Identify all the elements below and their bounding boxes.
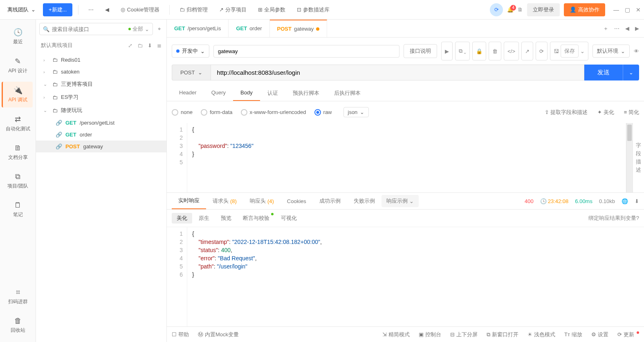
nav-scan-group[interactable]: ⌗扫码进群	[2, 284, 34, 309]
eye-icon[interactable]: 👁	[634, 48, 639, 54]
run-icon[interactable]: ▶	[441, 42, 453, 60]
viewtab-raw[interactable]: 原生	[194, 213, 214, 224]
add-tab-icon[interactable]: ＋	[603, 25, 608, 32]
filter-all[interactable]: 全部 ⌄	[128, 25, 149, 33]
code-icon[interactable]: </>	[504, 42, 519, 60]
prev-tab-icon[interactable]: ◀	[625, 25, 629, 31]
back-button[interactable]: ◀	[101, 4, 113, 15]
nav-notes[interactable]: 🗒笔记	[2, 197, 34, 222]
send-dropdown[interactable]: ⌄	[623, 65, 639, 80]
download-resp-icon[interactable]: ⬇	[635, 198, 639, 204]
footer-settings[interactable]: ⚙ 设置	[591, 331, 608, 338]
folder-satoken[interactable]: ›🗀 satoken	[36, 66, 166, 78]
status-selector[interactable]: 开发中 ⌄	[172, 45, 209, 58]
radio-formdata[interactable]: form-data	[201, 109, 233, 116]
folder-blog[interactable]: ⌄🗀 三更博客项目	[36, 78, 166, 91]
nav-proj-team[interactable]: ⧉项目/团队	[2, 168, 34, 194]
radio-none[interactable]: none	[172, 109, 193, 116]
request-body-editor[interactable]: 12345 { "password": "123456" }	[167, 123, 633, 192]
footer-compact[interactable]: ⇲ 精简模式	[382, 331, 410, 338]
resptab-fail-ex[interactable]: 失败示例	[347, 193, 381, 209]
tab-getlist[interactable]: GET/person/getLis	[167, 20, 229, 37]
notification-icon[interactable]: 🔔4	[507, 7, 514, 13]
resptab-realtime[interactable]: 实时响应	[172, 193, 206, 209]
new-button[interactable]: +新建...	[43, 3, 72, 16]
tab-gateway[interactable]: POSTgateway	[270, 20, 328, 37]
beautify-btn[interactable]: ✦ 美化	[597, 109, 614, 116]
refresh-icon[interactable]: ⟳	[536, 42, 548, 60]
param-desc-lib[interactable]: ⊡ 参数描述库	[293, 4, 334, 16]
minimize-icon[interactable]: —	[613, 7, 619, 13]
nav-recent[interactable]: 🕓最近	[2, 24, 34, 49]
resptab-cookies[interactable]: Cookies	[280, 193, 313, 209]
api-getlist[interactable]: 🔗 GET /person/getList	[36, 117, 166, 129]
reqtab-pre[interactable]: 预执行脚本	[285, 85, 327, 101]
folder-add-icon[interactable]: 🗀	[137, 42, 143, 49]
viewtab-preview[interactable]: 预览	[216, 213, 236, 224]
more-tabs-icon[interactable]: ⋯	[614, 25, 619, 31]
response-body-editor[interactable]: 123456 { "timestamp": "2022-12-18T15:42:…	[167, 227, 644, 326]
cookie-manager[interactable]: ◎ Cookie管理器	[117, 4, 163, 16]
api-order[interactable]: 🔗 GET order	[36, 129, 166, 141]
search-box[interactable]: 🔍 全部 ⌄	[39, 23, 153, 35]
radio-raw[interactable]: raw	[314, 109, 332, 116]
nav-api-debug[interactable]: 🔌API 调试	[2, 82, 33, 107]
reqtab-header[interactable]: Header	[172, 85, 204, 101]
folder-es[interactable]: ›🗀 ES学习	[36, 91, 166, 104]
lock-icon[interactable]: 🔒	[472, 42, 486, 60]
note-icon[interactable]: 🗎	[518, 7, 523, 13]
login-button[interactable]: 立即登录	[527, 3, 560, 16]
search-input[interactable]	[52, 26, 126, 32]
save-button[interactable]: 🖫 保存 ⌄	[550, 42, 588, 60]
reqtab-auth[interactable]: 认证	[260, 85, 285, 101]
footer-split[interactable]: ⊟ 上下分屏	[450, 331, 478, 338]
download-icon[interactable]: ⬇	[148, 42, 152, 49]
list-icon[interactable]: ≣	[157, 42, 162, 49]
close-icon[interactable]: ✕	[636, 7, 641, 13]
sync-icon[interactable]: ⟳	[490, 3, 503, 16]
send-button[interactable]: 发送	[584, 65, 623, 80]
bind-variable-link[interactable]: 绑定响应结果到变量?	[588, 215, 639, 222]
tab-order[interactable]: GETorder	[229, 20, 269, 37]
url-input[interactable]	[211, 65, 584, 80]
link-icon[interactable]: ⤢	[128, 42, 132, 49]
code-area[interactable]: { "password": "123456" }	[187, 123, 626, 192]
footer-update[interactable]: ⟳ 更新	[617, 331, 639, 338]
nav-auto-test[interactable]: ⇄自动化测试	[2, 111, 34, 136]
radio-xwww[interactable]: x-www-form-urlencoded	[241, 109, 306, 116]
minimap-scroll[interactable]	[626, 123, 633, 192]
nav-api-design[interactable]: ✎API 设计	[2, 53, 34, 78]
footer-new-window[interactable]: ⧉ 新窗口打开	[487, 331, 518, 338]
footer-theme[interactable]: ☀ 浅色模式	[527, 331, 555, 338]
extract-fields[interactable]: ⇪ 提取字段和描述	[545, 109, 588, 116]
folder-play[interactable]: ⌄🗀 随便玩玩	[36, 104, 166, 117]
reqtab-query[interactable]: Query	[204, 85, 233, 101]
method-selector[interactable]: POST ⌄	[172, 65, 211, 80]
viewtab-visual[interactable]: 可视化	[276, 213, 302, 224]
reqtab-post[interactable]: 后执行脚本	[327, 85, 368, 101]
share-project[interactable]: ↗ 分享项目	[215, 4, 251, 16]
footer-help[interactable]: ☐ 帮助	[172, 331, 189, 338]
collab-button[interactable]: 👤高效协作	[564, 3, 605, 16]
reqtab-body[interactable]: Body	[233, 85, 260, 101]
archive[interactable]: 🗀 归档管理	[175, 4, 212, 16]
field-desc-sidebar[interactable]: 字段描述	[633, 123, 644, 192]
api-desc-button[interactable]: 接口说明	[404, 44, 437, 58]
api-gateway[interactable]: 🔗 POST gateway	[36, 141, 166, 152]
nav-doc-share[interactable]: 🗎文档分享	[2, 140, 34, 165]
simplify-btn[interactable]: ≡ 简化	[624, 109, 639, 116]
api-name-input[interactable]	[213, 45, 399, 58]
raw-type-selector[interactable]: json ⌄	[343, 107, 369, 117]
team-selector[interactable]: 离线团队 ⌄	[3, 6, 40, 13]
nav-recycle[interactable]: 🗑回收站	[2, 313, 34, 338]
more-icon[interactable]: ⋯	[84, 4, 98, 15]
globe-icon[interactable]: 🌐	[622, 198, 628, 204]
footer-console[interactable]: ▣ 控制台	[419, 331, 441, 338]
next-tab-icon[interactable]: ▶	[635, 25, 639, 31]
resptab-success-ex[interactable]: 成功示例	[313, 193, 347, 209]
copy-icon[interactable]: ⧉ ⌄	[455, 42, 470, 60]
scroll-thumb[interactable]	[627, 125, 632, 141]
export-icon[interactable]: ↗	[521, 42, 533, 60]
viewtab-assert[interactable]: 断言与校验	[238, 213, 274, 224]
delete-icon[interactable]: 🗑	[489, 42, 501, 60]
